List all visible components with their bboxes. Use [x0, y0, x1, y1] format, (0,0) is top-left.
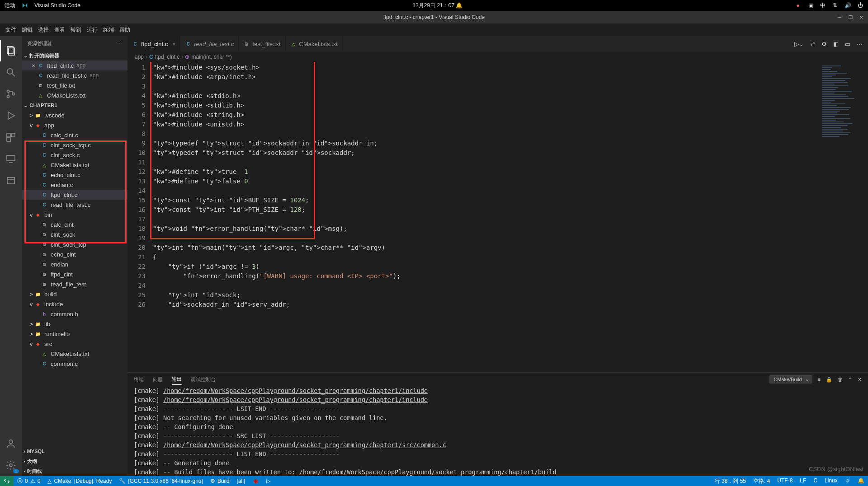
output-channel-select[interactable]: CMake/Build — [769, 375, 812, 383]
feedback-icon[interactable]: ☺ — [841, 477, 854, 484]
input-method[interactable]: 中 — [820, 2, 826, 9]
editor-tab[interactable]: Cftpd_clnt.c× — [127, 36, 180, 52]
close-panel-icon[interactable]: ✕ — [858, 377, 862, 383]
tree-item[interactable]: Cclnt_sock_tcp.c — [22, 140, 127, 150]
account-icon[interactable] — [0, 433, 22, 454]
explorer-icon[interactable] — [0, 40, 22, 61]
chevron-up-icon[interactable]: ⌃ — [848, 377, 852, 383]
record-icon[interactable]: ● — [795, 2, 801, 9]
tree-item[interactable]: v◆src — [22, 339, 127, 349]
lock-icon[interactable]: 🔒 — [826, 377, 832, 383]
encoding-info[interactable]: UTF-8 — [774, 477, 796, 484]
eol-info[interactable]: LF — [796, 477, 810, 484]
tree-item[interactable]: v◆include — [22, 299, 127, 309]
open-editors-header[interactable]: ⌄打开的编辑器 — [22, 51, 127, 61]
menu-运行[interactable]: 运行 — [84, 26, 100, 34]
indent-info[interactable]: 空格: 4 — [750, 477, 774, 485]
editor-tab[interactable]: △CMakeLists.txt — [286, 36, 343, 52]
menu-文件[interactable]: 文件 — [3, 26, 19, 34]
gear-icon[interactable]: ⚙ — [821, 41, 827, 47]
minimize-button[interactable]: ─ — [836, 14, 843, 20]
cursor-position[interactable]: 行 38，列 55 — [711, 477, 750, 485]
notifications-icon[interactable]: 🔔 — [854, 477, 868, 484]
tree-item[interactable]: Cclnt_sock.c — [22, 150, 127, 160]
language-mode[interactable]: C — [810, 477, 821, 484]
open-editor-item[interactable]: △CMakeLists.txt — [22, 90, 127, 100]
tree-item[interactable]: 🗎calc_clnt — [22, 220, 127, 229]
tree-item[interactable]: Cendian.c — [22, 180, 127, 190]
power-icon[interactable]: ⏻ — [857, 2, 863, 9]
split-compare-icon[interactable]: ⇄ — [810, 41, 815, 47]
layout-icon[interactable]: ▭ — [845, 41, 850, 47]
os-info[interactable]: Linux — [821, 477, 841, 484]
maximize-button[interactable]: ❐ — [847, 14, 854, 20]
panel-tab[interactable]: 问题 — [153, 374, 163, 385]
menu-帮助[interactable]: 帮助 — [117, 26, 133, 34]
cmake-status[interactable]: △ CMake: [Debug]: Ready — [44, 476, 115, 486]
tree-item[interactable]: >📁lib — [22, 319, 127, 329]
breadcrumb-item[interactable]: ftpd_clnt.c — [155, 54, 180, 60]
minimap[interactable] — [818, 62, 868, 372]
clock[interactable]: 12月29日 21：07 — [412, 2, 454, 9]
mysql-section[interactable]: ›MYSQL — [22, 446, 127, 456]
tree-item[interactable]: 🗎echo_clnt — [22, 249, 127, 259]
remote-indicator[interactable] — [0, 476, 14, 486]
settings-icon[interactable]: 1 — [0, 454, 22, 476]
clear-icon[interactable]: 🗑 — [838, 377, 843, 382]
menu-查看[interactable]: 查看 — [52, 26, 68, 34]
build-target[interactable]: [all] — [233, 476, 249, 486]
tree-item[interactable]: 🗎endian — [22, 259, 127, 269]
more-icon[interactable]: ⋯ — [857, 41, 863, 47]
build-button[interactable]: ⚙ Build — [207, 476, 233, 486]
tree-item[interactable]: △CMakeLists.txt — [22, 349, 127, 359]
tree-item[interactable]: 🗎ftpd_clnt — [22, 269, 127, 279]
network-icon[interactable]: ⇅ — [832, 2, 838, 9]
menu-转到[interactable]: 转到 — [68, 26, 84, 34]
open-editor-item[interactable]: ×Cftpd_clnt.capp — [22, 61, 127, 70]
breadcrumb-item[interactable]: main(int, char **) — [191, 54, 231, 60]
split-editor-icon[interactable]: ◧ — [833, 41, 839, 47]
tree-item[interactable]: Cecho_clnt.c — [22, 170, 127, 180]
activities-label[interactable]: 活动 — [5, 2, 15, 9]
tree-item[interactable]: v◆bin — [22, 210, 127, 220]
source-control-icon[interactable] — [0, 83, 22, 105]
database-icon[interactable] — [0, 170, 22, 192]
volume-icon[interactable]: 🔊 — [844, 2, 851, 9]
filter-icon[interactable]: ≡ — [818, 377, 821, 382]
tree-item[interactable]: 🗎clnt_sock_tcp — [22, 239, 127, 249]
tree-item[interactable]: △CMakeLists.txt — [22, 160, 127, 170]
search-icon[interactable] — [0, 61, 22, 83]
run-debug-icon[interactable] — [0, 105, 22, 126]
outline-section[interactable]: ›大纲 — [22, 456, 127, 466]
run-icon[interactable]: ▷ — [263, 476, 274, 486]
close-button[interactable]: ✕ — [858, 14, 864, 20]
menu-编辑[interactable]: 编辑 — [19, 26, 35, 34]
output-panel[interactable]: [cmake] /home/fredom/WorkSpace/cppPlaygr… — [127, 386, 868, 476]
tree-item[interactable]: >📁.vscode — [22, 110, 127, 120]
run-dropdown-icon[interactable]: ▷⌄ — [794, 41, 804, 47]
panel-tab[interactable]: 终端 — [134, 374, 144, 385]
timeline-section[interactable]: ›时间线 — [22, 466, 127, 476]
tree-item[interactable]: Ccalc_clnt.c — [22, 130, 127, 140]
open-editor-item[interactable]: Cread_file_test.capp — [22, 70, 127, 80]
editor-tab[interactable]: Cread_file_test.c — [180, 36, 239, 52]
more-icon[interactable]: ⋯ — [117, 41, 122, 47]
tree-item[interactable]: Ccommon.c — [22, 359, 127, 369]
debug-icon[interactable]: 🐞 — [249, 476, 263, 486]
tree-item[interactable]: >📁runtimelib — [22, 329, 127, 339]
project-header[interactable]: ⌄CHAPTER1 — [22, 100, 127, 110]
tree-item[interactable]: Cread_file_test.c — [22, 200, 127, 210]
tree-item[interactable]: hcommon.h — [22, 309, 127, 319]
bell-icon[interactable]: 🔔 — [456, 2, 462, 9]
code-editor[interactable]: "kw">#include <sys/socket.h> "kw">#inclu… — [153, 62, 818, 372]
remote-icon[interactable] — [0, 148, 22, 170]
panel-tab[interactable]: 输出 — [172, 374, 182, 385]
tree-item[interactable]: Cftpd_clnt.c — [22, 190, 127, 200]
tree-item[interactable]: 🗎read_file_test — [22, 279, 127, 289]
tree-item[interactable]: v◆app — [22, 120, 127, 130]
menu-选择[interactable]: 选择 — [35, 26, 52, 34]
errors-count[interactable]: ⓧ 0 ⚠ 0 — [14, 476, 44, 486]
breadcrumbs[interactable]: app›C ftpd_clnt.c›⊕ main(int, char **) — [127, 52, 868, 62]
editor-tab[interactable]: 🗎test_file.txt — [239, 36, 285, 52]
breadcrumb-item[interactable]: app — [135, 54, 144, 60]
